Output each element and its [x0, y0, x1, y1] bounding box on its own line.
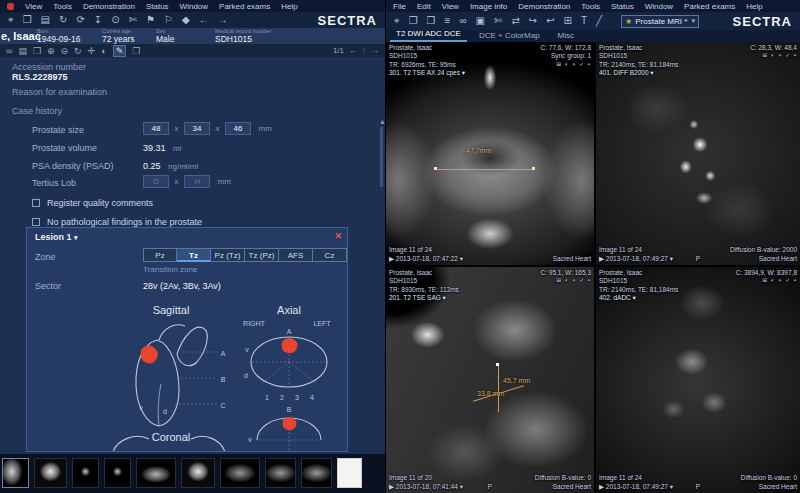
- series-dropdown[interactable]: 301. T2 TSE AX 24 cpes ▾: [389, 69, 465, 77]
- copy-icon[interactable]: ❐: [409, 16, 418, 26]
- zone-tz-button[interactable]: Tz: [177, 248, 211, 262]
- cut-icon[interactable]: ✄: [494, 16, 502, 26]
- prev-icon[interactable]: ←: [349, 46, 357, 55]
- report-thumbnail[interactable]: [337, 458, 362, 488]
- flag-outline-icon[interactable]: ⚐: [164, 15, 173, 25]
- next-icon[interactable]: →: [371, 46, 379, 55]
- measurement-line[interactable]: [436, 169, 532, 170]
- link-icon[interactable]: ∞: [6, 46, 12, 56]
- thumbnail[interactable]: [301, 458, 332, 488]
- play-icon[interactable]: ▶: [389, 483, 394, 490]
- prostate-sector-diagram[interactable]: Sagittal Axial Coronal RIGHT LEFT A B A …: [99, 298, 348, 452]
- grid-icon[interactable]: ⊞: [564, 16, 572, 26]
- menu-view[interactable]: View: [442, 2, 459, 11]
- no-findings-checkbox[interactable]: [32, 218, 40, 226]
- rotate-icon[interactable]: ↻: [74, 46, 82, 56]
- copy-icon[interactable]: ❐: [23, 15, 32, 25]
- thumbnail[interactable]: [136, 458, 176, 488]
- tab-misc[interactable]: Misc: [552, 31, 580, 42]
- close-icon[interactable]: ✕: [334, 231, 342, 241]
- refresh-icon[interactable]: ⟳: [76, 15, 84, 25]
- thumbnail[interactable]: [2, 458, 29, 488]
- menu-image-info[interactable]: Image info: [470, 2, 507, 11]
- checkbox-quality[interactable]: Register quality comments: [32, 198, 153, 208]
- tertius-d-input[interactable]: [143, 175, 169, 188]
- lesion-header[interactable]: Lesion 1 ▾: [35, 232, 78, 242]
- preset-dropdown[interactable]: ★ Prostate MRI * ▾: [621, 15, 699, 28]
- measurement-endpoint[interactable]: [434, 167, 437, 170]
- thumbnail[interactable]: [181, 458, 215, 488]
- series-dropdown[interactable]: 201. T2 TSE SAG ▾: [389, 294, 459, 302]
- menu-demonstration[interactable]: Demonstration: [83, 2, 135, 11]
- notes-icon[interactable]: ▤: [18, 46, 27, 56]
- zone-pztz-button[interactable]: Pz (Tz): [211, 248, 245, 262]
- duplicate-icon[interactable]: ❒: [427, 16, 436, 26]
- viewport-adc[interactable]: Prostate, Isaac SDH1015 TR: 2140ms, TE: …: [596, 267, 800, 493]
- zoom-out-icon[interactable]: ⊖: [61, 46, 69, 56]
- play-icon[interactable]: ▶: [389, 255, 394, 262]
- play-icon[interactable]: ▶: [599, 255, 604, 262]
- size-width-input[interactable]: [143, 122, 169, 135]
- thumbnail[interactable]: [34, 458, 67, 488]
- thumbnail[interactable]: [72, 458, 99, 488]
- scroll-icon[interactable]: ↕: [362, 46, 366, 55]
- select-icon[interactable]: ⌖: [8, 15, 14, 25]
- thumbnail[interactable]: [265, 458, 296, 488]
- measurement-endpoint[interactable]: [496, 363, 499, 366]
- menu-file[interactable]: File: [393, 2, 406, 11]
- viewport-t2-sagittal[interactable]: Prostate, Isaac SDH1015 TR: 8930ms, TE: …: [386, 267, 594, 493]
- print-icon[interactable]: ❒: [33, 46, 41, 56]
- clipboard-icon[interactable]: ▤: [41, 15, 50, 25]
- zone-tzpz-button[interactable]: Tz (Pz): [245, 248, 279, 262]
- stack-date[interactable]: ▶ 2013-07-18, 07:49:27 ▾: [599, 255, 673, 263]
- viewport-tool-icons[interactable]: ⊞ ◐ ⌖ ✓ ▪: [736, 277, 797, 285]
- menu-tools[interactable]: Tools: [581, 2, 600, 11]
- checkbox-no-findings[interactable]: No pathological findings in the prostate: [32, 217, 202, 227]
- menu-window[interactable]: Window: [645, 2, 673, 11]
- tab-t2-dwi-adc-dce[interactable]: T2 DWI ADC DCE: [390, 29, 467, 42]
- menu-parked-exams[interactable]: Parked exams: [684, 2, 735, 11]
- form-scrollbar[interactable]: ▲: [379, 119, 384, 449]
- back-icon[interactable]: ←: [199, 15, 209, 25]
- viewport-dwi[interactable]: Prostate, Isaac SDH1015 TR: 2140ms, TE: …: [596, 42, 800, 265]
- size-depth-input[interactable]: [225, 122, 251, 135]
- quality-checkbox[interactable]: [32, 199, 40, 207]
- menu-help[interactable]: Help: [281, 2, 297, 11]
- viewport-tool-icons[interactable]: ⊞ ◐ ⌖ ✓ ▪: [541, 277, 591, 285]
- thumbnail[interactable]: [220, 458, 260, 488]
- stack-date[interactable]: ▶ 2013-07-18, 07:41:44 ▾: [389, 483, 463, 491]
- diamond-icon[interactable]: ◆: [182, 15, 190, 25]
- cut-icon[interactable]: ✄: [129, 15, 137, 25]
- flag-icon[interactable]: ⚑: [146, 15, 155, 25]
- search-icon[interactable]: ⊙: [111, 15, 119, 25]
- size-height-input[interactable]: [184, 122, 210, 135]
- swap-icon[interactable]: ⇄: [511, 16, 519, 26]
- menu-window[interactable]: Window: [180, 2, 208, 11]
- layout-icon[interactable]: ≡: [445, 16, 451, 26]
- redo-icon[interactable]: ↪: [529, 16, 537, 26]
- zone-pz-button[interactable]: Pz: [143, 248, 177, 262]
- series-dropdown[interactable]: 401. DIFF B2000 ▾: [599, 69, 678, 77]
- menu-demonstration[interactable]: Demonstration: [518, 2, 570, 11]
- viewport-tool-icons[interactable]: ⊞ ◐ ⌖ ✓ ▪: [750, 52, 797, 60]
- menu-tools[interactable]: Tools: [53, 2, 72, 11]
- menu-edit[interactable]: Edit: [417, 2, 431, 11]
- link-icon[interactable]: ∞: [459, 16, 466, 26]
- play-icon[interactable]: ▶: [599, 483, 604, 490]
- line-tool-icon[interactable]: ╱: [596, 16, 602, 26]
- menu-view[interactable]: View: [25, 2, 42, 11]
- menu-status[interactable]: Status: [611, 2, 634, 11]
- text-tool-icon[interactable]: T: [581, 16, 587, 26]
- forward-icon[interactable]: →: [218, 15, 228, 25]
- tertius-h-input[interactable]: [184, 175, 210, 188]
- menu-status[interactable]: Status: [146, 2, 169, 11]
- viewport-tool-icons[interactable]: ⊞ ◐ ⌖ ✓ ▪: [541, 61, 591, 69]
- copy-annotation-icon[interactable]: ❐: [132, 46, 140, 56]
- stack-date[interactable]: ▶ 2013-07-18, 07:49:27 ▾: [599, 483, 673, 491]
- undo-icon[interactable]: ↩: [546, 16, 554, 26]
- menu-parked-exams[interactable]: Parked exams: [219, 2, 270, 11]
- zoom-in-icon[interactable]: ⊕: [47, 46, 55, 56]
- thumbnail[interactable]: [104, 458, 131, 488]
- zone-cz-button[interactable]: Cz: [313, 248, 347, 262]
- window-level-icon[interactable]: ◐: [101, 46, 106, 56]
